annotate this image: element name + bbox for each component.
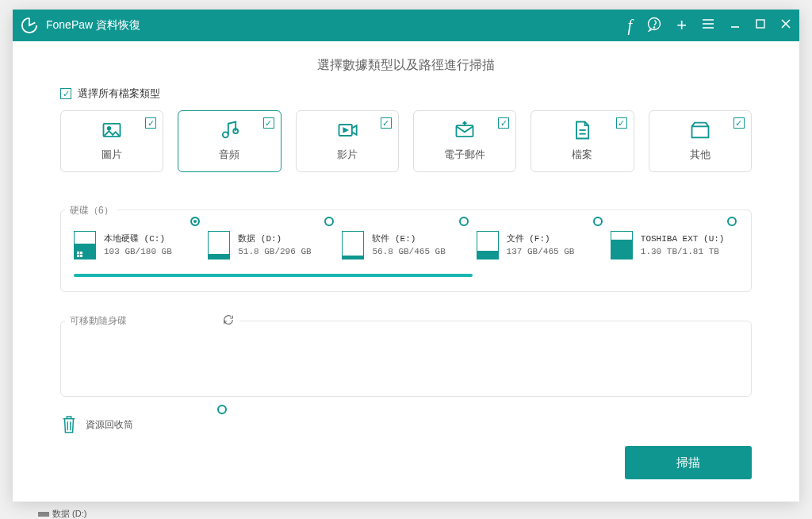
- menu-icon[interactable]: [701, 17, 715, 34]
- video-icon: [336, 119, 358, 141]
- checkmark-icon: ✓: [733, 117, 745, 129]
- file-type-email[interactable]: ✓電子郵件: [413, 110, 516, 172]
- file-type-label: 音頻: [219, 148, 239, 162]
- svg-rect-15: [457, 125, 473, 136]
- radio-icon: [727, 217, 737, 226]
- radio-icon: [324, 217, 334, 226]
- drive-option[interactable]: 文件 (F:)137 GB/465 GB: [477, 231, 604, 260]
- other-icon: [689, 119, 711, 141]
- page-heading: 選擇數據類型以及路徑進行掃描: [60, 57, 752, 74]
- select-all-label: 選擇所有檔案類型: [78, 86, 160, 101]
- radio-icon: [593, 217, 603, 226]
- drive-info: 软件 (E:)56.8 GB/465 GB: [372, 233, 445, 259]
- drive-size: 137 GB/465 GB: [507, 245, 575, 259]
- drive-icon: [342, 231, 364, 260]
- removable-panel: [60, 321, 752, 397]
- file-type-image[interactable]: ✓圖片: [60, 110, 163, 172]
- drive-size: 103 GB/180 GB: [104, 245, 172, 259]
- drive-name: 软件 (E:): [372, 233, 445, 246]
- drives-panel: 本地硬碟 (C:)103 GB/180 GB数据 (D:)51.8 GB/296…: [60, 210, 752, 292]
- svg-point-12: [223, 132, 228, 137]
- drive-name: TOSHIBA EXT (U:): [641, 233, 725, 246]
- drive-icon: [611, 231, 633, 260]
- scan-button[interactable]: 掃描: [625, 446, 752, 479]
- file-type-label: 影片: [337, 148, 358, 162]
- app-logo-icon: [21, 17, 38, 34]
- minimize-button[interactable]: [730, 18, 741, 33]
- file-type-label: 其他: [690, 148, 710, 162]
- audio-icon: [218, 119, 240, 141]
- main-content: 選擇數據類型以及路徑進行掃描 ✓ 選擇所有檔案類型 ✓圖片✓音頻✓影片✓電子郵件…: [13, 41, 799, 502]
- drives-section-label: 硬碟（6）: [65, 204, 118, 217]
- drive-info: 本地硬碟 (C:)103 GB/180 GB: [104, 233, 172, 259]
- checkmark-icon: ✓: [381, 117, 392, 129]
- drive-option[interactable]: 软件 (E:)56.8 GB/465 GB: [342, 231, 469, 260]
- drive-size: 56.8 GB/465 GB: [372, 245, 445, 259]
- recycle-bin-option[interactable]: 資源回收筒: [60, 414, 219, 435]
- svg-rect-7: [756, 20, 764, 28]
- file-type-document[interactable]: ✓檔案: [530, 110, 634, 172]
- svg-rect-18: [691, 126, 708, 137]
- svg-point-11: [108, 127, 111, 130]
- radio-icon: [217, 405, 227, 414]
- file-type-video[interactable]: ✓影片: [296, 110, 399, 172]
- checkmark-icon: ✓: [60, 88, 71, 99]
- drive-icon: [74, 231, 96, 260]
- radio-icon: [190, 217, 200, 226]
- trash-icon: [60, 414, 78, 435]
- app-title: FonePaw 資料恢復: [46, 18, 140, 33]
- drives-list: 本地硬碟 (C:)103 GB/180 GB数据 (D:)51.8 GB/296…: [74, 231, 738, 260]
- app-window: FonePaw 資料恢復 f + 選擇數據類型以及路徑進行掃描 ✓: [13, 10, 799, 502]
- file-type-label: 圖片: [102, 148, 122, 162]
- drive-option[interactable]: TOSHIBA EXT (U:)1.30 TB/1.81 TB: [611, 231, 738, 260]
- checkmark-icon: ✓: [145, 117, 156, 129]
- email-icon: [454, 119, 476, 141]
- recycle-bin-label: 資源回收筒: [86, 418, 133, 432]
- drive-info: 数据 (D:)51.8 GB/296 GB: [238, 233, 311, 259]
- checkmark-icon: ✓: [498, 117, 509, 129]
- maximize-button[interactable]: [755, 18, 766, 33]
- drive-size: 51.8 GB/296 GB: [238, 245, 311, 259]
- bg-drive-label: 数据 (D:): [38, 508, 86, 519]
- radio-icon: [459, 217, 469, 226]
- file-type-grid: ✓圖片✓音頻✓影片✓電子郵件✓檔案✓其他: [60, 110, 752, 172]
- drive-name: 本地硬碟 (C:): [104, 233, 172, 246]
- drive-info: 文件 (F:)137 GB/465 GB: [507, 233, 575, 259]
- drive-option[interactable]: 本地硬碟 (C:)103 GB/180 GB: [74, 231, 201, 260]
- add-icon[interactable]: +: [676, 17, 687, 34]
- drive-icon: [477, 231, 499, 260]
- feedback-icon[interactable]: [646, 16, 662, 35]
- file-type-label: 檔案: [572, 148, 592, 162]
- document-icon: [571, 119, 593, 141]
- drive-icon: [208, 231, 230, 260]
- refresh-icon[interactable]: [222, 313, 235, 329]
- removable-section-label: 可移動隨身碟: [70, 314, 127, 328]
- titlebar: FonePaw 資料恢復 f +: [13, 10, 799, 41]
- drive-size: 1.30 TB/1.81 TB: [641, 245, 725, 259]
- drive-name: 文件 (F:): [507, 233, 575, 246]
- checkmark-icon: ✓: [263, 117, 274, 129]
- checkmark-icon: ✓: [616, 117, 627, 129]
- close-button[interactable]: [780, 18, 791, 33]
- svg-point-2: [653, 27, 654, 28]
- drives-scrollbar[interactable]: [74, 274, 473, 277]
- facebook-icon[interactable]: f: [628, 17, 633, 35]
- drive-name: 数据 (D:): [238, 233, 311, 246]
- file-type-other[interactable]: ✓其他: [649, 110, 752, 172]
- drive-option[interactable]: 数据 (D:)51.8 GB/296 GB: [208, 231, 335, 260]
- drive-info: TOSHIBA EXT (U:)1.30 TB/1.81 TB: [641, 233, 725, 259]
- svg-rect-0: [38, 512, 49, 517]
- image-icon: [101, 119, 123, 141]
- file-type-label: 電子郵件: [444, 148, 485, 162]
- select-all-checkbox[interactable]: ✓ 選擇所有檔案類型: [60, 86, 752, 101]
- file-type-audio[interactable]: ✓音頻: [178, 110, 281, 172]
